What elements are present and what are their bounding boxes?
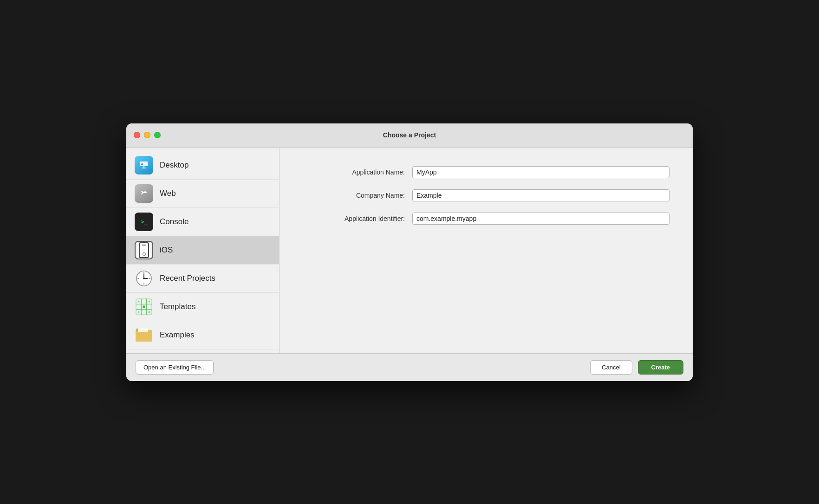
app-identifier-row: Application Identifier:: [303, 213, 670, 225]
sidebar-items-list: A Desktop: [126, 148, 279, 353]
sidebar-item-web[interactable]: Web: [126, 180, 279, 208]
svg-point-16: [138, 300, 140, 302]
main-window: Choose a Project A: [126, 123, 693, 381]
sidebar-item-recent-projects-label: Recent Projects: [160, 274, 215, 283]
ios-icon: [135, 241, 153, 259]
svg-point-19: [149, 311, 150, 313]
app-identifier-input[interactable]: [412, 213, 670, 225]
sidebar-item-recent-projects[interactable]: Recent Projects: [126, 265, 279, 293]
sidebar-item-ios[interactable]: iOS: [126, 236, 279, 265]
company-name-row: Company Name:: [303, 189, 670, 201]
svg-rect-21: [136, 331, 152, 342]
maximize-button[interactable]: [154, 132, 161, 138]
main-content: Application Name: Company Name: Applicat…: [280, 148, 693, 353]
console-icon: >_: [135, 213, 153, 231]
company-name-label: Company Name:: [303, 192, 405, 199]
title-bar: Choose a Project: [126, 123, 693, 148]
app-name-label: Application Name:: [303, 168, 405, 176]
svg-point-15: [143, 305, 145, 308]
sidebar-item-web-label: Web: [160, 189, 176, 198]
open-existing-button[interactable]: Open an Existing File...: [136, 360, 214, 375]
sidebar: A Desktop: [126, 148, 280, 353]
app-name-input[interactable]: [412, 166, 670, 178]
sidebar-item-desktop-label: Desktop: [160, 161, 188, 170]
svg-rect-23: [141, 328, 144, 331]
app-identifier-label: Application Identifier:: [303, 215, 405, 222]
web-svg: [138, 188, 150, 199]
templates-icon: [135, 297, 153, 316]
console-icon-text: >_: [141, 218, 147, 225]
svg-point-18: [138, 311, 140, 313]
company-name-input[interactable]: [412, 189, 670, 201]
svg-point-9: [143, 278, 145, 279]
bottom-right-buttons: Cancel Create: [590, 360, 683, 375]
clock-icon: [135, 269, 153, 288]
cancel-button[interactable]: Cancel: [590, 360, 632, 375]
bottom-bar: Open an Existing File... Cancel Create: [126, 353, 693, 381]
ios-home-btn: [143, 252, 146, 256]
web-icon: [135, 184, 153, 203]
ios-phone-shape: [139, 242, 149, 258]
sidebar-item-templates[interactable]: Templates: [126, 293, 279, 321]
folder-svg: [135, 327, 153, 343]
app-name-row: Application Name:: [303, 166, 670, 178]
create-button[interactable]: Create: [638, 360, 683, 375]
clock-svg: [135, 270, 153, 287]
traffic-lights: [134, 132, 161, 138]
svg-text:A: A: [141, 162, 143, 166]
sidebar-item-templates-label: Templates: [160, 302, 195, 311]
window-title: Choose a Project: [383, 131, 436, 139]
window-body: A Desktop: [126, 148, 693, 353]
sidebar-item-ios-label: iOS: [160, 246, 173, 255]
close-button[interactable]: [134, 132, 140, 138]
examples-icon: [135, 326, 153, 344]
svg-rect-24: [144, 328, 148, 332]
sidebar-item-desktop[interactable]: A Desktop: [126, 151, 279, 180]
svg-point-17: [149, 300, 150, 302]
sidebar-item-console-label: Console: [160, 217, 188, 226]
sidebar-item-examples[interactable]: Examples: [126, 321, 279, 349]
sidebar-item-console[interactable]: >_ Console: [126, 208, 279, 236]
templates-svg: [135, 298, 153, 316]
minimize-button[interactable]: [144, 132, 150, 138]
sidebar-item-examples-label: Examples: [160, 330, 195, 340]
desktop-icon: A: [135, 156, 153, 174]
desktop-svg: A: [138, 160, 150, 171]
